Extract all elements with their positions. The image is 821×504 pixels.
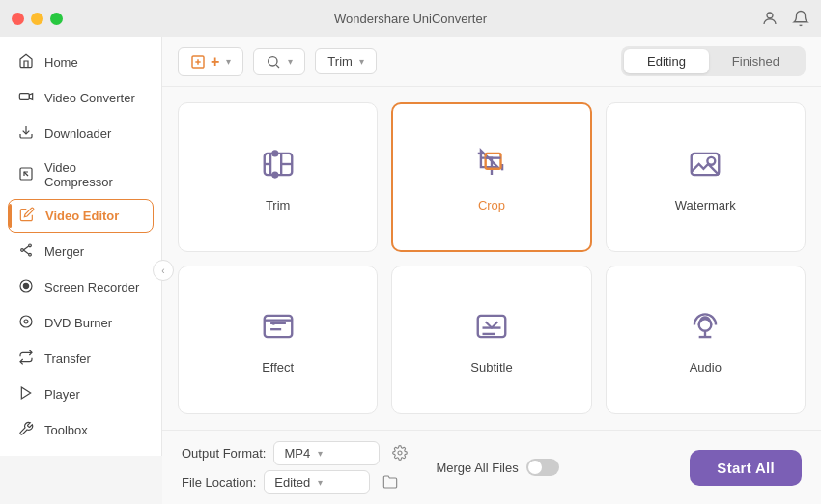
sidebar-label-transfer: Transfer [44,351,91,366]
sidebar-label-screen-recorder: Screen Recorder [44,280,139,294]
file-location-field: File Location: Edited ▾ [182,469,412,494]
bottom-bar: Output Format: MP4 ▾ File Location: Edit… [162,430,821,504]
svg-rect-35 [264,316,292,337]
sidebar-item-video-converter[interactable]: Video Converter [0,80,161,116]
sidebar-label-video-converter: Video Converter [44,91,135,105]
file-location-folder-icon[interactable] [378,469,403,494]
merge-section: Merge All Files [436,459,558,476]
output-format-field: Output Format: MP4 ▾ [182,440,412,465]
svg-line-20 [276,65,279,68]
grid-card-audio[interactable]: Audio [606,266,806,415]
app-title: Wondershare UniConverter [334,12,487,26]
file-location-value: Edited [274,475,310,490]
svg-point-13 [20,316,32,327]
maximize-button[interactable] [50,13,63,25]
grid-card-trim[interactable]: Trim [178,102,378,252]
editor-grid: Trim Crop [162,87,821,430]
output-format-value: MP4 [284,446,310,461]
crop-card-label: Crop [478,198,505,212]
file-location-chevron: ▾ [318,477,323,488]
bottom-fields: Output Format: MP4 ▾ File Location: Edit… [182,440,412,494]
sidebar-collapse-button[interactable]: ‹ [153,260,174,281]
svg-point-46 [398,451,402,455]
file-location-select[interactable]: Edited ▾ [264,470,370,494]
output-format-chevron: ▾ [318,448,323,459]
grid-card-effect[interactable]: Effect [178,266,378,415]
title-bar: Wondershare UniConverter [0,0,821,37]
effect-icon [256,304,300,349]
scan-chevron-icon: ▾ [288,56,293,67]
audio-icon [683,304,727,349]
compress-icon [17,166,35,184]
sidebar-item-player[interactable]: Player [0,377,161,412]
svg-point-19 [269,56,277,65]
transfer-icon [17,350,35,368]
sidebar: Home Video Converter Downloader Video Co… [0,37,162,456]
video-icon [17,89,35,107]
svg-line-5 [24,172,28,176]
svg-point-12 [23,283,28,288]
trim-dropdown[interactable]: Trim ▾ [315,48,377,74]
audio-card-label: Audio [690,360,722,375]
merge-label: Merge All Files [436,461,518,475]
sidebar-label-toolbox: Toolbox [44,423,88,437]
tab-finished[interactable]: Finished [709,49,803,73]
sidebar-item-downloader[interactable]: Downloader [0,116,161,152]
svg-line-10 [23,250,28,254]
dvd-icon [17,314,35,332]
user-icon[interactable] [761,10,779,27]
add-media-button[interactable]: + ▾ [178,47,243,76]
sidebar-item-toolbox[interactable]: Toolbox [0,412,161,448]
effect-card-label: Effect [262,360,294,375]
svg-line-9 [23,246,28,250]
trim-label: Trim [327,54,353,69]
svg-marker-2 [29,94,32,100]
trim-chevron-icon: ▾ [359,56,364,67]
record-icon [17,278,35,296]
output-format-select[interactable]: MP4 ▾ [273,441,380,465]
download-icon [17,125,35,143]
svg-point-6 [29,244,32,247]
grid-card-watermark[interactable]: Watermark [606,102,806,252]
crop-icon [469,142,514,186]
grid-card-crop[interactable]: Crop [391,102,591,252]
sidebar-item-home[interactable]: Home [0,44,161,80]
minimize-button[interactable] [31,13,43,25]
editing-tabs: Editing Finished [621,46,806,76]
sidebar-label-home: Home [44,55,78,70]
edit-icon [18,207,36,225]
sidebar-item-transfer[interactable]: Transfer [0,341,161,377]
tab-editing[interactable]: Editing [624,49,709,73]
sidebar-item-merger[interactable]: Merger [0,234,161,269]
merge-toggle[interactable] [526,459,559,476]
trim-card-label: Trim [266,198,291,212]
sidebar-item-screen-recorder[interactable]: Screen Recorder [0,269,161,305]
player-icon [17,385,35,404]
output-format-settings-icon[interactable] [387,440,412,465]
sidebar-item-video-compressor[interactable]: Video Compressor [0,152,161,198]
add-button-label: + [211,53,219,70]
svg-marker-15 [21,387,30,399]
sidebar-label-dvd-burner: DVD Burner [44,316,112,330]
sidebar-item-dvd-burner[interactable]: DVD Burner [0,305,161,341]
title-bar-icons [761,10,809,27]
close-button[interactable] [12,13,24,25]
start-all-button[interactable]: Start All [690,450,802,486]
scan-button[interactable]: ▾ [253,48,305,75]
sidebar-item-video-editor[interactable]: Video Editor [8,199,154,233]
sidebar-label-video-compressor: Video Compressor [44,160,144,189]
subtitle-card-label: Subtitle [470,360,512,375]
add-chevron-icon: ▾ [226,56,231,67]
grid-card-subtitle[interactable]: Subtitle [391,266,591,415]
output-format-label: Output Format: [182,446,266,461]
svg-point-0 [767,13,773,18]
watermark-icon [683,142,727,186]
sidebar-label-player: Player [44,387,80,402]
window-controls [12,13,63,25]
sidebar-label-merger: Merger [44,244,84,259]
sidebar-label-video-editor: Video Editor [45,209,119,223]
svg-point-14 [24,320,28,323]
trim-icon [256,142,300,186]
svg-point-7 [21,249,24,252]
notification-icon[interactable] [792,10,809,27]
